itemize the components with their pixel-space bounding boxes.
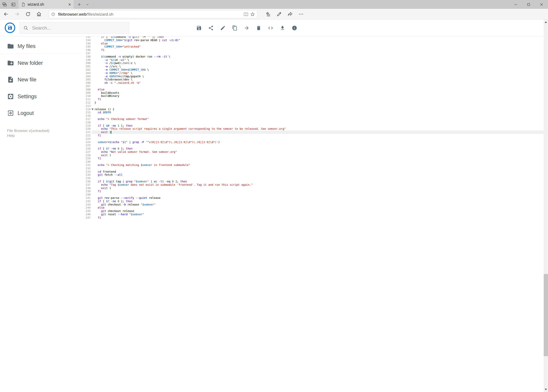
web-notes-button[interactable] (275, 9, 284, 19)
home-button[interactable] (35, 9, 43, 19)
code-line[interactable]: 204 -e GOPATH=//tmp/gopath \ (82, 75, 544, 78)
code-line[interactable]: 201 -w //src \ (82, 65, 544, 68)
code-line[interactable]: 239 fi (82, 190, 544, 193)
code-line[interactable]: 211 fi (82, 98, 544, 101)
maximize-button[interactable] (522, 0, 535, 9)
app-logo[interactable] (5, 22, 15, 33)
share-button[interactable] (286, 9, 295, 19)
code-line[interactable]: 237 echo "Tag $semver does not exist in … (82, 183, 544, 187)
code-line[interactable]: 226 if [ $? -ne 0 ]; then (82, 147, 544, 150)
code-line[interactable]: 197 (82, 52, 544, 55)
code-line[interactable]: 207 (82, 84, 544, 88)
set-tabs-aside-button[interactable] (9, 0, 18, 9)
scrollbar[interactable] (544, 20, 548, 392)
code-line[interactable]: 235 (82, 176, 544, 180)
code-line[interactable]: 194 else (82, 42, 544, 45)
code-line[interactable]: 192 if [ "$(command -v git)" != "" ]; th… (82, 36, 544, 39)
sidebar-item-new-folder[interactable]: New folder (0, 55, 82, 71)
reading-view-icon[interactable] (243, 12, 249, 17)
code-line[interactable]: 236 if [ $(git tag | grep "$semver" | wc… (82, 180, 544, 183)
code-line[interactable]: 195 COMMIT_SHA="untracked" (82, 45, 544, 48)
code-line[interactable]: 206 sh -c "./wizard.sh -b" (82, 81, 544, 84)
code-line[interactable]: 200 -v /$(pwd):/src:z \ (82, 62, 544, 65)
code-line[interactable]: 217 echo "> Checking semver format" (82, 117, 544, 121)
code-line[interactable]: 241 git rev-parse --verify --quiet relea… (82, 196, 544, 200)
code-line[interactable]: 230 (82, 160, 544, 163)
code-line[interactable]: 203 -e HOME="//tmp" \ (82, 71, 544, 75)
info-button[interactable] (290, 24, 299, 32)
browser-tab[interactable]: wizard.sh × (19, 0, 74, 9)
tab-preview-button[interactable] (0, 0, 9, 9)
tab-list-button[interactable] (83, 0, 91, 9)
fold-arrow-icon[interactable] (91, 109, 94, 110)
code-line[interactable]: 234 git fetch --all (82, 173, 544, 176)
sidebar-item-new-file[interactable]: New file (0, 72, 82, 87)
help-link[interactable]: Help (7, 133, 49, 138)
code-line[interactable]: 219 if [ $# -ne 1 ]; then (82, 124, 544, 127)
code-line[interactable]: 245 git checkout release (82, 210, 544, 213)
scrollbar-up-icon[interactable] (544, 20, 548, 24)
code-line[interactable]: 232 (82, 167, 544, 170)
code-line[interactable]: 224 semver=$(echo "$1" | grep -P '^v(0|[… (82, 140, 544, 144)
code-line[interactable]: 198 $(command -v winpty) docker run --rm… (82, 55, 544, 58)
site-info-icon[interactable] (51, 12, 55, 16)
code-line[interactable]: 214release () { (82, 108, 544, 111)
edit-button[interactable] (219, 24, 227, 32)
code-line[interactable]: 222 fi (82, 134, 544, 137)
code-line[interactable]: 202 -e COMMIT_SHA=$COMMIT_SHA \ (82, 68, 544, 71)
close-button[interactable] (535, 0, 548, 9)
code-line[interactable]: 199 -u "$(id -u)" \ (82, 58, 544, 62)
address-bar[interactable]: filebrowser.web/files/wizard.sh (49, 10, 257, 18)
search-input[interactable] (32, 25, 125, 31)
code-editor[interactable]: 192 if [ "$(command -v git)" != "" ]; th… (82, 36, 544, 392)
code-line[interactable]: 210 buildBinary (82, 94, 544, 98)
code-line[interactable]: 218 (82, 121, 544, 124)
code-line[interactable]: 247 fi (82, 216, 544, 219)
code-line[interactable]: 229 fi (82, 157, 544, 160)
code-line[interactable]: 233 cd frontend (82, 170, 544, 173)
code-line[interactable]: 196 fi (82, 48, 544, 52)
code-line[interactable]: 242 if [ $? -ne 0 ]; then (82, 200, 544, 203)
sidebar-item-logout[interactable]: Logout (0, 105, 82, 121)
code-line[interactable]: 220 echo "This release script requires a… (82, 127, 544, 131)
forward-button[interactable] (13, 9, 21, 19)
move-button[interactable] (243, 24, 251, 32)
hub-favorites-button[interactable] (264, 9, 273, 19)
code-line[interactable]: 213 (82, 104, 544, 108)
more-options-button[interactable] (297, 9, 305, 19)
tab-close-icon[interactable]: × (68, 2, 71, 7)
new-tab-button[interactable] (75, 0, 83, 9)
code-line[interactable]: 216 (82, 114, 544, 117)
code-line[interactable]: 231 echo "> Checking matching $semver in… (82, 163, 544, 167)
favorite-star-icon[interactable] (250, 12, 255, 17)
code-line[interactable]: 238 exit 1 (82, 187, 544, 190)
sidebar-item-my-files[interactable]: My files (0, 38, 82, 54)
code-line[interactable]: 212} (82, 101, 544, 104)
refresh-button[interactable] (23, 9, 33, 19)
sidebar-item-settings[interactable]: Settings (0, 89, 82, 104)
share-file-button[interactable] (207, 24, 215, 32)
code-line[interactable]: 225 (82, 144, 544, 147)
code-line[interactable]: 240 (82, 193, 544, 196)
back-button[interactable] (1, 9, 11, 19)
code-line[interactable]: 221 exit 1 (82, 131, 544, 134)
save-button[interactable] (195, 24, 203, 32)
delete-button[interactable] (254, 24, 263, 32)
code-line[interactable]: 205 filebrowser/dev \ (82, 78, 544, 81)
code-line[interactable]: 246 git reset --hard "$semver" (82, 213, 544, 216)
code-line[interactable]: 215 cd $REPO (82, 111, 544, 114)
code-line[interactable]: 223 (82, 137, 544, 140)
copy-button[interactable] (230, 24, 239, 32)
code-line[interactable]: 209 buildAssets (82, 91, 544, 95)
code-line[interactable]: 244 else (82, 206, 544, 210)
code-line[interactable]: 227 echo "Not valid semver format. See s… (82, 150, 544, 154)
code-line[interactable]: 208 else (82, 88, 544, 91)
code-line[interactable]: 193 COMMIT_SHA="$(git rev-parse HEAD | c… (82, 39, 544, 42)
code-line[interactable]: 243 git checkout -b release "$semver" (82, 203, 544, 206)
scrollbar-down-icon[interactable] (544, 387, 548, 392)
minimize-button[interactable] (509, 0, 522, 9)
scrollbar-thumb[interactable] (544, 274, 548, 356)
download-button[interactable] (278, 24, 287, 32)
code-line[interactable]: 228 exit 1 (82, 154, 544, 157)
raw-code-button[interactable] (266, 24, 275, 32)
